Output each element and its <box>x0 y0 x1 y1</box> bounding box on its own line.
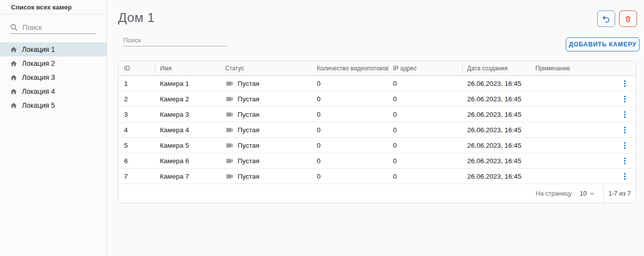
table-row[interactable]: 2 Камера 2 Пустая 0 0 26.06.2023, 16:45 <box>119 91 636 107</box>
delete-button[interactable] <box>619 10 637 27</box>
camera-search-input[interactable] <box>123 36 228 46</box>
cell-streams: 0 <box>317 157 393 165</box>
videocam-icon <box>225 158 234 164</box>
cell-streams: 0 <box>317 173 393 180</box>
column-header-created: Дата создания <box>467 65 535 72</box>
cell-name: Камера 2 <box>160 95 225 103</box>
cell-actions <box>614 171 636 182</box>
table-row[interactable]: 5 Камера 5 Пустая 0 0 26.06.2023, 16:45 <box>119 138 636 153</box>
cell-id: 1 <box>124 80 160 87</box>
home-icon <box>10 74 17 81</box>
table-row[interactable]: 6 Камера 6 Пустая 0 0 26.06.2023, 16:45 <box>119 153 636 169</box>
cell-actions <box>614 156 636 166</box>
cell-created: 26.06.2023, 16:45 <box>467 157 535 165</box>
kebab-menu-icon[interactable] <box>621 140 629 151</box>
column-header-note: Примечание <box>535 65 614 72</box>
table-body: 1 Камера 1 Пустая 0 0 26.06.2023, 16:45 … <box>119 76 636 184</box>
cell-created: 26.06.2023, 16:45 <box>467 80 535 87</box>
per-page-label: На страницу <box>535 190 572 197</box>
location-list: Локация 1 Локация 2 Локация 3 Локация 4 <box>0 42 107 112</box>
cell-ip: 0 <box>393 142 467 149</box>
sidebar: Список всех камер Локация 1 Локация 2 <box>0 0 107 256</box>
cell-id: 3 <box>124 111 160 118</box>
cell-streams: 0 <box>317 126 393 134</box>
cell-streams: 0 <box>317 111 393 118</box>
cell-created: 26.06.2023, 16:45 <box>467 173 535 180</box>
per-page-value: 10 <box>580 190 587 197</box>
cell-name: Камера 7 <box>160 173 225 180</box>
cell-created: 26.06.2023, 16:45 <box>467 111 535 118</box>
cell-id: 5 <box>124 142 160 149</box>
add-camera-button[interactable]: ДОБАВИТЬ КАМЕРУ <box>566 37 640 51</box>
videocam-icon <box>225 96 234 102</box>
undo-icon <box>602 14 611 23</box>
home-icon <box>10 88 17 95</box>
cell-status: Пустая <box>225 173 317 180</box>
main-content: Дом 1 ДОБАВИТЬ КАМЕРУ ID Имя Статус <box>108 0 644 256</box>
cell-created: 26.06.2023, 16:45 <box>467 126 535 134</box>
cell-created: 26.06.2023, 16:45 <box>467 142 535 149</box>
sidebar-search <box>10 21 96 34</box>
home-icon <box>10 102 17 109</box>
kebab-menu-icon[interactable] <box>621 171 629 182</box>
table-row[interactable]: 7 Камера 7 Пустая 0 0 26.06.2023, 16:45 <box>119 169 636 184</box>
table-row[interactable]: 3 Камера 3 Пустая 0 0 26.06.2023, 16:45 <box>119 107 636 122</box>
column-header-streams: Количество видеопотоков <box>317 65 393 72</box>
status-text: Пустая <box>238 80 259 87</box>
cell-streams: 0 <box>317 142 393 149</box>
sidebar-item-location[interactable]: Локация 5 <box>0 98 107 112</box>
videocam-icon <box>225 173 234 180</box>
undo-button[interactable] <box>597 10 615 27</box>
search-icon <box>10 23 18 31</box>
kebab-menu-icon[interactable] <box>621 94 629 104</box>
trash-icon <box>624 15 632 23</box>
chevron-down-icon <box>590 192 594 195</box>
cell-id: 6 <box>124 157 160 165</box>
kebab-menu-icon[interactable] <box>621 125 629 135</box>
sidebar-title: Список всех камер <box>0 0 107 14</box>
cell-status: Пустая <box>225 142 317 149</box>
cell-status: Пустая <box>225 111 317 118</box>
column-header-name: Имя <box>160 65 225 72</box>
table-header: ID Имя Статус Количество видеопотоков IP… <box>119 61 636 76</box>
table-row[interactable]: 4 Камера 4 Пустая 0 0 26.06.2023, 16:45 <box>119 122 636 138</box>
cell-created: 26.06.2023, 16:45 <box>467 95 535 103</box>
status-text: Пустая <box>238 142 259 149</box>
home-icon <box>10 46 17 53</box>
sidebar-search-input[interactable] <box>22 23 96 31</box>
pagination-range: 1-7 из 7 <box>604 190 636 197</box>
kebab-menu-icon[interactable] <box>621 109 629 120</box>
sidebar-item-label: Локация 2 <box>22 59 55 67</box>
sidebar-item-location[interactable]: Локация 1 <box>0 42 107 56</box>
sidebar-item-location[interactable]: Локация 2 <box>0 56 107 70</box>
cell-id: 4 <box>124 126 160 134</box>
cell-status: Пустая <box>225 126 317 134</box>
status-text: Пустая <box>238 173 259 180</box>
cell-actions <box>614 78 636 89</box>
cell-name: Камера 6 <box>160 157 225 165</box>
videocam-icon <box>225 80 234 87</box>
column-header-ip: IP адрес <box>393 65 467 72</box>
kebab-menu-icon[interactable] <box>621 78 629 89</box>
per-page-select[interactable]: 10 <box>580 190 594 197</box>
sidebar-item-location[interactable]: Локация 3 <box>0 70 107 84</box>
cell-ip: 0 <box>393 173 467 180</box>
cell-ip: 0 <box>393 157 467 165</box>
table-footer: На страницу 10 1-7 из 7 <box>119 184 636 203</box>
sidebar-item-location[interactable]: Локация 4 <box>0 84 107 98</box>
page-title: Дом 1 <box>118 10 154 25</box>
cell-streams: 0 <box>317 95 393 103</box>
cell-name: Камера 1 <box>160 80 225 87</box>
table-row[interactable]: 1 Камера 1 Пустая 0 0 26.06.2023, 16:45 <box>119 76 636 91</box>
home-icon <box>10 60 17 67</box>
cell-actions <box>614 94 636 104</box>
cell-ip: 0 <box>393 111 467 118</box>
cell-ip: 0 <box>393 126 467 134</box>
kebab-menu-icon[interactable] <box>621 156 629 166</box>
sidebar-item-label: Локация 1 <box>22 45 55 53</box>
cell-status: Пустая <box>225 95 317 103</box>
cell-name: Камера 5 <box>160 142 225 149</box>
cell-id: 7 <box>124 173 160 180</box>
cell-status: Пустая <box>225 80 317 87</box>
sidebar-item-label: Локация 5 <box>22 101 55 109</box>
